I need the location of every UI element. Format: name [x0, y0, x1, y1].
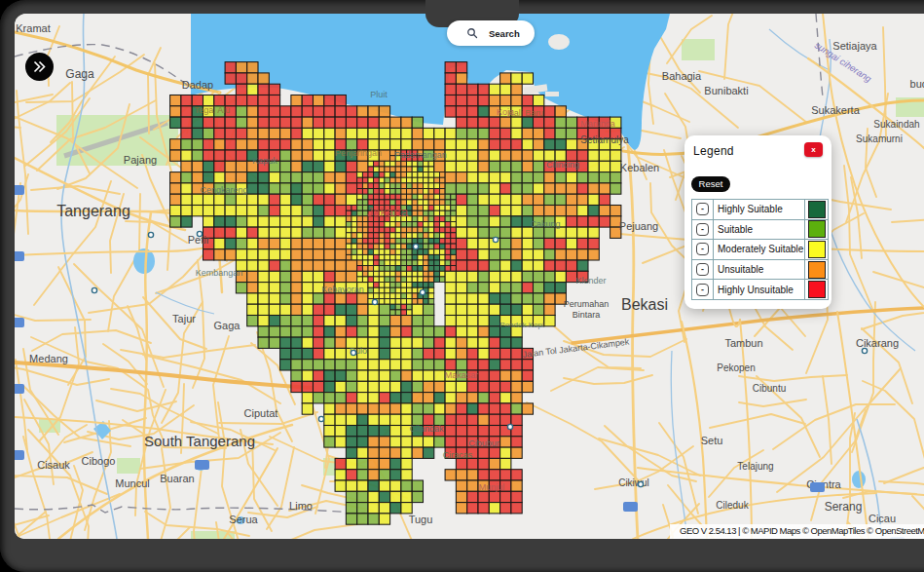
svg-text:Setiajaya: Setiajaya [832, 40, 877, 52]
svg-text:Pondok Kopi: Pondok Kopi [499, 321, 544, 329]
svg-text:Pekopen: Pekopen [717, 362, 755, 373]
svg-text:Serua: Serua [229, 514, 258, 525]
svg-text:Ciputat: Ciputat [244, 407, 278, 419]
svg-text:Kebayoran: Kebayoran [321, 285, 364, 294]
svg-text:Marunda: Marunda [580, 119, 615, 129]
svg-text:Pluit: Pluit [370, 90, 388, 99]
svg-text:Medang: Medang [29, 353, 68, 364]
svg-text:Bekasi: Bekasi [621, 296, 668, 313]
svg-text:Tegal Alu: Tegal Alu [195, 105, 231, 115]
svg-text:Cikarang: Cikarang [856, 337, 899, 349]
svg-text:Cisauk: Cisauk [37, 459, 70, 471]
svg-text:Telajung: Telajung [737, 461, 773, 472]
svg-text:Pejuang: Pejuang [619, 220, 658, 232]
svg-text:Perumahan: Perumahan [564, 299, 610, 309]
svg-text:Cileduk: Cileduk [716, 500, 749, 511]
svg-text:Bahagia: Bahagia [662, 70, 702, 82]
svg-text:Kramat: Kramat [16, 22, 50, 34]
svg-text:Munjul: Munjul [479, 482, 505, 492]
svg-text:Bintara: Bintara [573, 310, 601, 320]
svg-text:Penjaringan: Penjaringan [335, 148, 382, 158]
svg-text:Setiamulya: Setiamulya [580, 134, 629, 145]
svg-text:Sukakerta: Sukakerta [811, 104, 860, 116]
svg-text:budi: budi [910, 78, 924, 90]
svg-text:Cibogo: Cibogo [82, 455, 116, 467]
svg-text:Ciracas: Ciracas [443, 450, 473, 460]
svg-text:Cengkareng: Cengkareng [200, 185, 247, 195]
svg-text:Bunibakti: Bunibakti [704, 85, 748, 96]
svg-text:Jakarta: Jakarta [367, 205, 409, 219]
svg-text:Tajur: Tajur [172, 313, 196, 324]
svg-text:Cilandak: Cilandak [409, 424, 444, 434]
svg-text:Cakung: Cakung [530, 219, 560, 229]
svg-text:Cibubur: Cibubur [468, 439, 499, 448]
svg-text:Cicau: Cicau [869, 513, 896, 524]
svg-text:Gaga: Gaga [214, 320, 241, 331]
svg-text:Kapuk: Kapuk [252, 156, 277, 166]
svg-text:Cilincing: Cilincing [546, 160, 579, 170]
svg-text:Makasar: Makasar [445, 370, 479, 380]
svg-text:Dadap: Dadap [182, 79, 213, 91]
svg-text:South Tangerang: South Tangerang [144, 433, 255, 449]
svg-text:Tangerang: Tangerang [56, 203, 130, 219]
svg-text:Buaran: Buaran [160, 473, 194, 484]
svg-text:Pademangan: Pademangan [394, 150, 447, 160]
svg-text:Muncul: Muncul [115, 477, 149, 489]
svg-text:Pajang: Pajang [124, 154, 157, 166]
svg-text:Cibuntu: Cibuntu [753, 383, 786, 394]
svg-text:Klender: Klender [575, 276, 606, 286]
svg-text:Kembangan: Kembangan [196, 268, 243, 278]
svg-text:Sukaindah: Sukaindah [873, 119, 919, 130]
svg-text:Tambun: Tambun [724, 337, 762, 349]
svg-text:Kebalen: Kebalen [620, 162, 659, 173]
svg-text:Limo: Limo [289, 500, 313, 512]
svg-text:Tugu: Tugu [409, 514, 433, 525]
svg-text:Cikiwul: Cikiwul [618, 477, 649, 488]
svg-text:Koja: Koja [497, 107, 514, 117]
svg-text:Setu: Setu [701, 435, 723, 446]
svg-text:Gaga: Gaga [65, 67, 94, 81]
svg-text:Sukamurni: Sukamurni [856, 133, 903, 144]
svg-text:Serang: Serang [825, 500, 863, 514]
